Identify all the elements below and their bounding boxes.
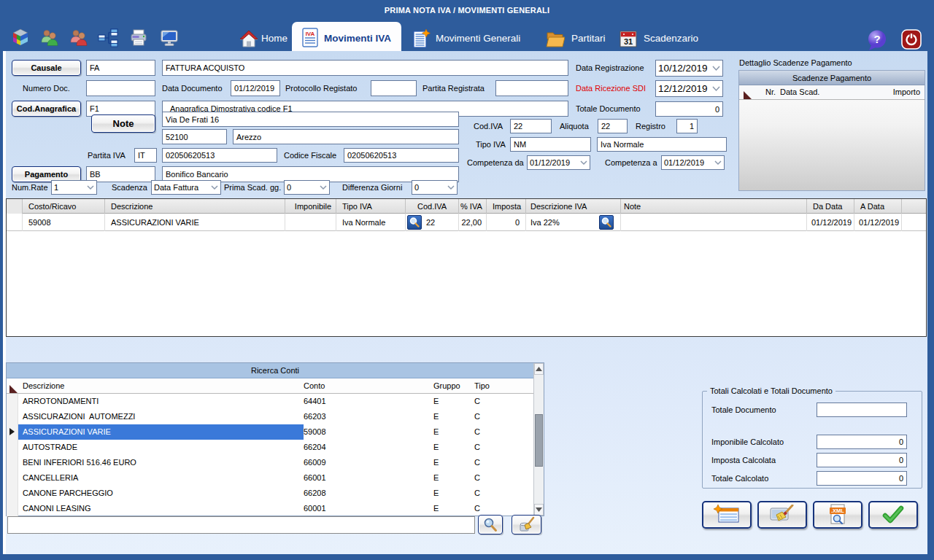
totale-documento-field[interactable]: 0 <box>655 101 723 117</box>
hierarchy-icon[interactable] <box>98 28 120 50</box>
scadenza-select[interactable]: Data Fattura <box>151 180 221 195</box>
printer-icon[interactable] <box>128 28 150 50</box>
folder-icon[interactable] <box>546 31 565 51</box>
tab-partitari[interactable]: Partitari <box>571 33 606 44</box>
conti-col-gruppo[interactable]: Gruppo <box>433 378 460 394</box>
causale-desc-field[interactable]: FATTURA ACQUISTO <box>162 60 568 76</box>
users-green-icon[interactable] <box>39 28 61 50</box>
data-documento-field[interactable]: 01/12/2019 <box>231 80 280 96</box>
col-spacer <box>902 199 926 214</box>
search-button[interactable] <box>478 515 503 534</box>
tipo-iva-desc-field[interactable]: Iva Normale <box>597 137 727 152</box>
conto-search-input[interactable] <box>7 516 475 534</box>
citta-field[interactable]: Arezzo <box>233 129 459 144</box>
cell-descrizione: ASSICURAZIONI VARIE <box>105 214 285 231</box>
prima-scad-value: 0 <box>287 183 291 192</box>
col-cod-iva[interactable]: Cod.IVA <box>406 199 459 214</box>
cod-iva-field[interactable]: 22 <box>510 119 552 133</box>
tab-movimenti-generali[interactable]: Movimenti Generali <box>436 33 520 44</box>
differenza-giorni-select[interactable]: 0 <box>412 180 458 195</box>
scadenze-col-data[interactable]: Data Scad. <box>780 88 819 96</box>
clean-form-button[interactable] <box>757 501 807 529</box>
conti-col-conto[interactable]: Conto <box>304 378 325 394</box>
cell-imposta: 0 <box>487 214 526 231</box>
note-button[interactable]: Note <box>91 114 155 133</box>
power-icon[interactable] <box>901 29 922 52</box>
col-tipo-iva[interactable]: Tipo IVA <box>336 199 406 214</box>
col-perc-iva[interactable]: % IVA <box>459 199 487 214</box>
col-descrizione[interactable]: Descrizione <box>105 199 285 214</box>
conto-row[interactable]: ARROTONDAMENTI 64401 E C <box>7 394 535 409</box>
conto-row-selected[interactable]: ASSICURAZIONI VARIE 59008 E C <box>7 424 535 440</box>
partita-registrata-field[interactable] <box>495 80 568 96</box>
competenza-da-select[interactable]: 01/12/2019 <box>527 155 590 170</box>
col-descrizione-iva[interactable]: Descrizione IVA <box>526 199 621 214</box>
confirm-button[interactable] <box>868 501 918 529</box>
scroll-thumb[interactable] <box>535 414 543 467</box>
cube-icon[interactable] <box>10 28 32 50</box>
col-note[interactable]: Note <box>621 199 807 214</box>
tipo-iva-lookup-button[interactable] <box>407 215 422 230</box>
registro-field[interactable]: 1 <box>676 119 698 133</box>
data-ricezione-sdi-select[interactable]: 12/12/2019 <box>655 80 723 97</box>
totale-documento-calc-field[interactable] <box>817 402 907 417</box>
chevron-down-icon <box>580 158 587 167</box>
col-da-data[interactable]: Da Data <box>807 199 854 214</box>
scadenze-col-nr[interactable]: Nr. <box>760 88 776 96</box>
causale-code-field[interactable]: FA <box>86 60 155 76</box>
descrizione-iva-lookup-button[interactable] <box>599 215 614 230</box>
document-star-icon[interactable] <box>411 29 431 52</box>
clear-search-button[interactable] <box>512 515 541 534</box>
help-icon[interactable]: ? <box>866 29 888 54</box>
cap-field[interactable]: 52100 <box>162 129 227 144</box>
conto-row[interactable]: AUTOSTRADE 66204 E C <box>7 440 535 455</box>
aliquota-field[interactable]: 22 <box>598 119 628 133</box>
monitor-icon[interactable] <box>159 28 181 50</box>
conto-row[interactable]: CANONI LEASING 60001 E C <box>7 501 535 516</box>
movimento-row[interactable]: 59008 ASSICURAZIONI VARIE Iva Normale 22… <box>7 214 926 231</box>
competenza-da-value: 01/12/2019 <box>530 158 570 167</box>
totale-calcolato-field[interactable]: 0 <box>817 471 907 486</box>
conti-col-descrizione[interactable]: Descrizione <box>23 378 64 394</box>
col-imponibile[interactable]: Imponibile <box>285 199 336 214</box>
conti-scrollbar[interactable] <box>533 363 544 516</box>
cod-anagrafica-button[interactable]: Cod.Anagrafica <box>12 101 81 117</box>
chevron-down-icon <box>320 183 327 192</box>
competenza-a-select[interactable]: 01/12/2019 <box>661 155 725 170</box>
conto-row[interactable]: CANONE PARCHEGGIO 66208 E C <box>7 486 535 501</box>
codice-fiscale-field[interactable]: 02050620513 <box>344 148 459 163</box>
col-a-data[interactable]: A Data <box>854 199 902 214</box>
num-rate-select[interactable]: 1 <box>51 180 97 195</box>
imponibile-calcolato-field[interactable]: 0 <box>817 435 907 449</box>
col-imposta[interactable]: Imposta <box>487 199 526 214</box>
indirizzo-field[interactable]: Via De Frati 16 <box>162 112 459 127</box>
prima-scad-select[interactable]: 0 <box>284 180 330 195</box>
tab-home[interactable]: Home <box>261 33 287 44</box>
scroll-up-button[interactable] <box>534 363 544 375</box>
app-window: PRIMA NOTA IVA / MOVIMENTI GENERALI <box>0 0 934 560</box>
conto-gruppo: E <box>433 424 439 440</box>
numero-doc-field[interactable] <box>86 80 155 96</box>
tipo-iva-code-field[interactable]: NM <box>510 137 591 152</box>
home-icon[interactable] <box>239 29 258 51</box>
conto-row[interactable]: CANCELLERIA 66001 E C <box>7 470 535 486</box>
conti-col-tipo[interactable]: Tipo <box>474 378 490 394</box>
tab-scadenzario[interactable]: Scadenzario <box>644 33 698 44</box>
causale-button[interactable]: Causale <box>12 60 81 76</box>
calendar-icon[interactable]: 31 <box>619 29 638 51</box>
xml-view-button[interactable]: .XML <box>813 501 862 529</box>
conto-row[interactable]: BENI INFERIORI 516.46 EURO 66009 E C <box>7 455 535 470</box>
scadenze-col-importo[interactable]: Importo <box>893 88 920 96</box>
conto-row[interactable]: ASSICURAZIONI AUTOMEZZI 66203 E C <box>7 409 535 424</box>
imposta-calcolata-field[interactable]: 0 <box>817 453 907 467</box>
data-registrazione-select[interactable]: 10/12/2019 <box>655 60 723 77</box>
scroll-down-button[interactable] <box>534 504 544 516</box>
new-movement-button[interactable] <box>702 501 752 529</box>
cell-tipo-iva: Iva Normale <box>336 214 406 231</box>
partita-iva-prefisso-field[interactable]: IT <box>134 148 157 163</box>
partita-iva-field[interactable]: 02050620513 <box>162 148 277 163</box>
col-costo-ricavo[interactable]: Costo/Ricavo <box>23 199 105 214</box>
users-red-icon[interactable] <box>69 28 90 50</box>
tab-movimenti-iva[interactable]: IVA Movimenti IVA <box>292 22 401 52</box>
protocollo-field[interactable] <box>371 80 417 96</box>
